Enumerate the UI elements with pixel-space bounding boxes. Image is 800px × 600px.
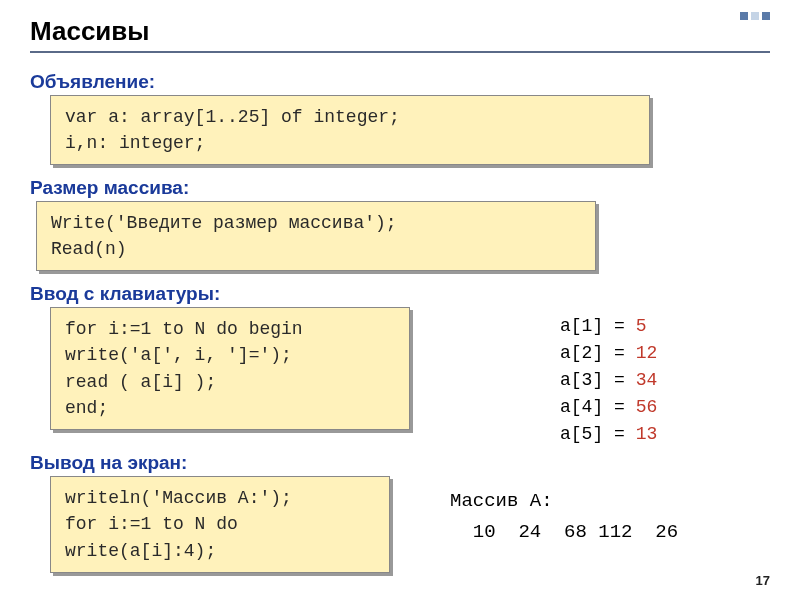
- sample-input-row: a[5] = 13: [560, 421, 657, 448]
- label-input: Ввод с клавиатуры:: [30, 283, 770, 305]
- code-line: for i:=1 to N do: [65, 511, 375, 537]
- label-size: Размер массива:: [30, 177, 770, 199]
- deco-squares: [740, 12, 770, 20]
- page-number: 17: [756, 573, 770, 588]
- code-line: end;: [65, 395, 395, 421]
- sample-output-header: Массив A:: [450, 486, 678, 516]
- code-line: write(a[i]:4);: [65, 538, 375, 564]
- sample-input-row: a[3] = 34: [560, 367, 657, 394]
- code-line: Write('Введите размер массива');: [51, 210, 581, 236]
- sample-input-row: a[4] = 56: [560, 394, 657, 421]
- sample-input-row: a[1] = 5: [560, 313, 657, 340]
- codebox-output: writeln('Массив A:'); for i:=1 to N do w…: [50, 476, 390, 572]
- code-line: Read(n): [51, 236, 581, 262]
- codebox-size: Write('Введите размер массива'); Read(n): [36, 201, 596, 271]
- codebox-input: for i:=1 to N do begin write('a[', i, ']…: [50, 307, 410, 429]
- code-line: writeln('Массив A:');: [65, 485, 375, 511]
- label-declaration: Объявление:: [30, 71, 770, 93]
- code-line: i,n: integer;: [65, 130, 635, 156]
- sample-output-values: 10 24 68 112 26: [450, 517, 678, 547]
- code-line: var a: array[1..25] of integer;: [65, 104, 635, 130]
- sample-output-block: Массив A: 10 24 68 112 26: [450, 476, 678, 547]
- code-line: write('a[', i, ']=');: [65, 342, 395, 368]
- codebox-declaration: var a: array[1..25] of integer; i,n: int…: [50, 95, 650, 165]
- code-line: read ( a[i] );: [65, 369, 395, 395]
- label-output: Вывод на экран:: [30, 452, 770, 474]
- sample-input-row: a[2] = 12: [560, 340, 657, 367]
- code-line: for i:=1 to N do begin: [65, 316, 395, 342]
- sample-input-block: a[1] = 5 a[2] = 12 a[3] = 34 a[4] = 56 a…: [560, 307, 657, 448]
- page-title: Массивы: [30, 10, 770, 53]
